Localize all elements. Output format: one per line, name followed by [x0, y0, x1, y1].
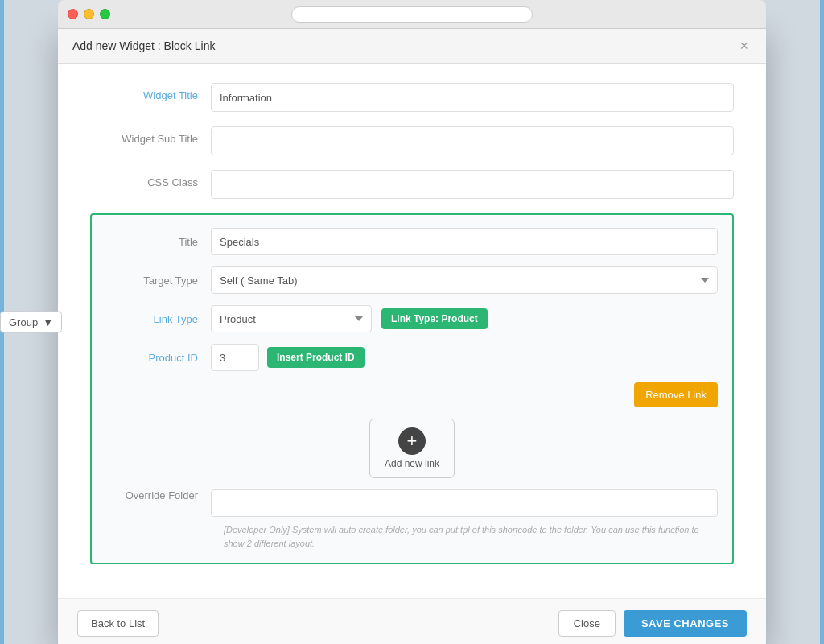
group-label: Group [9, 316, 38, 328]
macos-address-bar [291, 6, 533, 23]
close-button[interactable]: Close [558, 610, 616, 637]
group-dropdown[interactable]: Group ▼ [0, 312, 62, 333]
link-type-row: Link Type Product Category URL CMS Page … [106, 305, 718, 332]
add-link-label: Add new link [385, 458, 439, 469]
modal-window: Add new Widget : Block Link × Widget Tit… [58, 29, 766, 644]
footer-right: Close SAVE CHANGES [558, 610, 747, 637]
macos-titlebar [58, 0, 766, 29]
override-folder-label: Override Folder [106, 489, 211, 502]
back-to-list-button[interactable]: Back to List [77, 610, 159, 637]
link-title-label: Title [106, 236, 211, 248]
insert-product-id-badge: Insert Product ID [267, 347, 365, 368]
add-new-link-button[interactable]: + Add new link [369, 419, 455, 478]
modal-header: Add new Widget : Block Link × [58, 29, 766, 64]
macos-maximize-dot[interactable] [100, 9, 110, 19]
target-type-select[interactable]: Self ( Same Tab) New Tab Parent Top [211, 266, 718, 294]
widget-title-row: Widget Title [90, 83, 734, 112]
save-changes-button[interactable]: SAVE CHANGES [624, 610, 747, 637]
add-link-icon: + [398, 427, 426, 455]
link-type-tooltip: Link Type: Product [381, 308, 488, 329]
remove-link-row: Remove Link [106, 382, 718, 407]
product-id-input[interactable] [211, 344, 259, 371]
widget-title-input[interactable] [211, 83, 734, 112]
right-accent-bar [820, 0, 824, 644]
widget-sub-title-input[interactable] [211, 126, 734, 155]
override-folder-input[interactable] [211, 489, 718, 517]
target-type-label: Target Type [106, 275, 211, 287]
modal-body: Widget Title Widget Sub Title CSS Class … [58, 64, 766, 598]
link-block-section: Title Target Type Self ( Same Tab) New T… [90, 213, 734, 564]
remove-link-button[interactable]: Remove Link [634, 382, 718, 407]
product-id-label: Product ID [106, 352, 211, 364]
css-class-label: CSS Class [90, 170, 211, 188]
override-folder-row: Override Folder [106, 489, 718, 517]
modal-title: Add new Widget : Block Link [72, 39, 215, 52]
macos-close-dot[interactable] [68, 9, 78, 19]
css-class-input[interactable] [211, 170, 734, 199]
add-link-wrap: + Add new link [106, 419, 718, 478]
group-arrow: ▼ [43, 316, 53, 328]
footer-left: Back to List [77, 610, 159, 637]
target-type-row: Target Type Self ( Same Tab) New Tab Par… [106, 266, 718, 294]
widget-sub-title-label: Widget Sub Title [90, 126, 211, 145]
css-class-row: CSS Class [90, 170, 734, 199]
modal-close-icon-button[interactable]: × [736, 39, 752, 53]
modal-footer: Back to List Close SAVE CHANGES [58, 598, 766, 644]
override-hint-text: [Developer Only] System will auto create… [224, 523, 718, 550]
widget-sub-title-row: Widget Sub Title [90, 126, 734, 155]
link-type-label: Link Type [106, 313, 211, 325]
macos-minimize-dot[interactable] [84, 9, 94, 19]
link-type-select[interactable]: Product Category URL CMS Page [211, 305, 372, 332]
widget-title-label: Widget Title [90, 83, 211, 101]
product-id-row: Product ID Insert Product ID [106, 344, 718, 371]
link-title-row: Title [106, 228, 718, 255]
product-id-input-wrap: Insert Product ID [211, 344, 718, 371]
link-title-input[interactable] [211, 228, 718, 255]
